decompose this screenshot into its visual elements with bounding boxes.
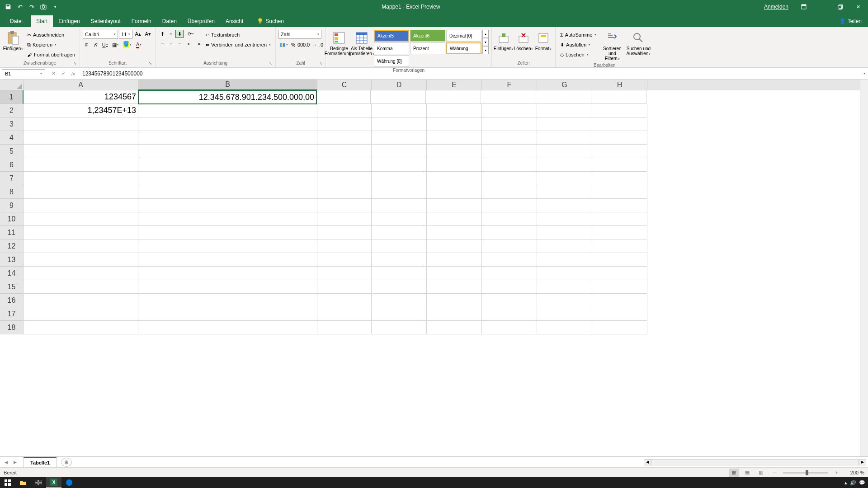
cell-H1[interactable] — [591, 90, 646, 104]
share-button[interactable]: 👤 Teilen — [835, 15, 866, 27]
style-prozent[interactable]: Prozent — [410, 42, 445, 54]
align-top-icon[interactable]: ⬆ — [158, 30, 166, 38]
cell-F12[interactable] — [482, 239, 537, 253]
cell-E18[interactable] — [427, 321, 482, 334]
cell-C15[interactable] — [317, 280, 372, 294]
save-icon[interactable] — [3, 1, 14, 12]
cell-G8[interactable] — [537, 185, 592, 199]
cell-A13[interactable] — [24, 253, 138, 267]
cell-B18[interactable] — [138, 321, 317, 334]
cell-C2[interactable] — [317, 104, 372, 117]
cell-A10[interactable] — [24, 212, 138, 226]
cell-B15[interactable] — [138, 280, 317, 294]
format-as-table-button[interactable]: Als Tabelle formatieren▾ — [351, 30, 372, 57]
find-select-button[interactable]: Suchen und Auswählen▾ — [626, 30, 651, 57]
comma-icon[interactable]: 000 — [297, 41, 306, 49]
row-header-3[interactable]: 3 — [0, 117, 24, 131]
cell-D2[interactable] — [372, 104, 427, 117]
cell-E16[interactable] — [427, 294, 482, 307]
suchen-tell-me[interactable]: 💡 Suchen — [255, 15, 286, 27]
row-header-12[interactable]: 12 — [0, 239, 24, 253]
cell-E10[interactable] — [427, 212, 482, 226]
cell-F18[interactable] — [482, 321, 537, 334]
tab-daten[interactable]: Daten — [157, 15, 182, 27]
clear-button[interactable]: ◇Löschen▾ — [558, 50, 598, 60]
decrease-font-icon[interactable]: A▾ — [143, 30, 152, 38]
page-break-view-icon[interactable]: ▥ — [756, 469, 766, 477]
cell-B11[interactable] — [138, 226, 317, 239]
cell-C9[interactable] — [317, 199, 372, 212]
col-header-B[interactable]: B — [138, 80, 317, 90]
cell-E6[interactable] — [427, 158, 482, 172]
cell-C12[interactable] — [317, 239, 372, 253]
insert-cells-button[interactable]: Einfügen▾ — [495, 30, 513, 52]
name-box[interactable]: B1▾ — [2, 69, 45, 78]
row-header-6[interactable]: 6 — [0, 158, 24, 172]
sheet-tab-1[interactable]: Tabelle1 — [24, 457, 57, 467]
minimize-button[interactable]: ─ — [814, 0, 830, 14]
cell-H4[interactable] — [592, 131, 647, 145]
align-launcher-icon[interactable]: ⤡ — [269, 61, 274, 66]
decrease-indent-icon[interactable]: ⇤ — [185, 40, 193, 48]
cell-C7[interactable] — [317, 172, 372, 185]
cell-D1[interactable] — [371, 90, 426, 104]
cell-F2[interactable] — [482, 104, 537, 117]
cell-G13[interactable] — [537, 253, 592, 267]
cell-G14[interactable] — [537, 267, 592, 280]
row-header-1[interactable]: 1 — [0, 90, 24, 104]
start-button[interactable] — [0, 477, 15, 488]
ribbon-display-icon[interactable] — [796, 0, 812, 14]
cell-D17[interactable] — [372, 307, 427, 321]
cell-F11[interactable] — [482, 226, 537, 239]
cell-B9[interactable] — [138, 199, 317, 212]
cell-A4[interactable] — [24, 131, 138, 145]
row-header-4[interactable]: 4 — [0, 131, 24, 145]
cell-D3[interactable] — [372, 117, 427, 131]
italic-button[interactable]: K — [92, 41, 100, 49]
row-header-8[interactable]: 8 — [0, 185, 24, 199]
close-button[interactable]: ✕ — [850, 0, 866, 14]
cell-H15[interactable] — [592, 280, 647, 294]
cell-F5[interactable] — [482, 145, 537, 158]
cell-F14[interactable] — [482, 267, 537, 280]
tab-uberprufen[interactable]: Überprüfen — [182, 15, 220, 27]
row-header-18[interactable]: 18 — [0, 321, 24, 334]
row-header-17[interactable]: 17 — [0, 307, 24, 321]
cell-G2[interactable] — [537, 104, 592, 117]
cell-H3[interactable] — [592, 117, 647, 131]
cell-E15[interactable] — [427, 280, 482, 294]
cell-F10[interactable] — [482, 212, 537, 226]
autosum-button[interactable]: ΣAutoSumme▾ — [558, 30, 598, 40]
row-header-7[interactable]: 7 — [0, 172, 24, 185]
undo-icon[interactable]: ↶ — [14, 1, 25, 12]
horizontal-scrollbar[interactable] — [651, 459, 859, 465]
cell-E1[interactable] — [426, 90, 481, 104]
cell-G17[interactable] — [537, 307, 592, 321]
cell-D8[interactable] — [372, 185, 427, 199]
camera-icon[interactable] — [38, 1, 49, 12]
cell-H7[interactable] — [592, 172, 647, 185]
cell-H10[interactable] — [592, 212, 647, 226]
cell-C18[interactable] — [317, 321, 372, 334]
style-dezimal[interactable]: Dezimal [0] — [446, 30, 481, 42]
tab-formeln[interactable]: Formeln — [126, 15, 157, 27]
tab-ansicht[interactable]: Ansicht — [220, 15, 249, 27]
cell-C10[interactable] — [317, 212, 372, 226]
cell-D7[interactable] — [372, 172, 427, 185]
fx-icon[interactable]: fx — [69, 69, 78, 78]
wrap-text-button[interactable]: ↩Textumbruch — [203, 30, 273, 40]
cell-C11[interactable] — [317, 226, 372, 239]
cell-D6[interactable] — [372, 158, 427, 172]
cell-F17[interactable] — [482, 307, 537, 321]
cell-G1[interactable] — [536, 90, 591, 104]
tab-start[interactable]: Start — [31, 15, 53, 27]
font-size-select[interactable]: 11▾ — [119, 30, 132, 39]
normal-view-icon[interactable]: ▦ — [729, 469, 739, 477]
cell-B14[interactable] — [138, 267, 317, 280]
row-header-15[interactable]: 15 — [0, 280, 24, 294]
cell-B12[interactable] — [138, 239, 317, 253]
style-akzent6[interactable]: Akzent6 — [410, 30, 445, 42]
cell-F6[interactable] — [482, 158, 537, 172]
expand-formula-bar-icon[interactable]: ▾ — [861, 69, 868, 78]
cell-H17[interactable] — [592, 307, 647, 321]
